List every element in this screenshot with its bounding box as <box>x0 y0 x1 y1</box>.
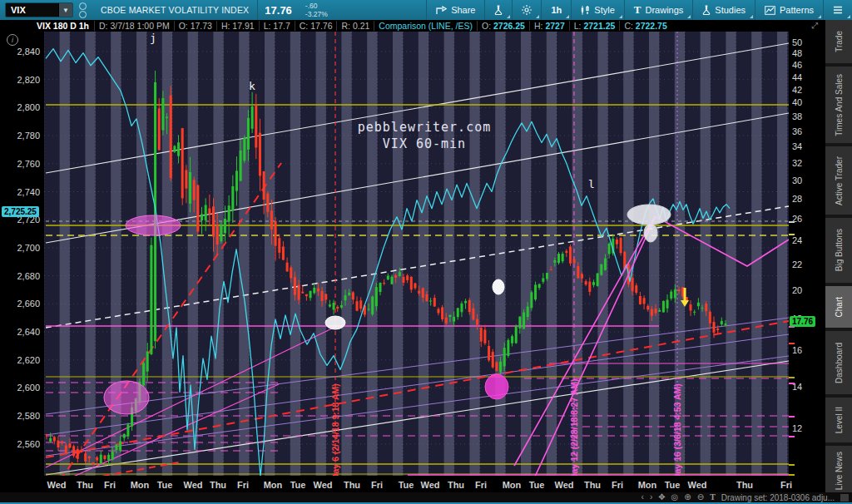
symbol-description: CBOE MARKET VOLATILITY INDEX <box>92 0 257 20</box>
ohlc-field: O: 17.73 <box>174 21 216 31</box>
time-axis-label: Thu <box>204 480 232 490</box>
patterns-icon <box>765 6 775 15</box>
time-axis-label: Fri <box>96 480 124 490</box>
share-button[interactable]: Share <box>426 0 484 20</box>
chart-header: VIX 180 D 1h D: 3/7/18 1:00 PMO: 17.73H:… <box>0 20 825 32</box>
studies-flask-icon <box>702 5 711 15</box>
settings-button[interactable] <box>512 0 541 20</box>
time-axis-label: Tue <box>284 480 312 490</box>
comparison-fields: O: 2726.25H: 2727L: 2721.25C: 2722.75 <box>477 21 671 31</box>
gear-icon <box>522 5 532 15</box>
reset-zoom-icon[interactable]: ◎ <box>671 492 679 502</box>
vix-axis-label: 50 <box>792 37 820 47</box>
chevron-down-icon[interactable]: ▼ <box>58 3 72 17</box>
time-axis-label: Wed <box>309 480 337 490</box>
watermark-line1: pebblewriter.com <box>331 120 518 135</box>
axis-tick-marker <box>789 377 795 378</box>
sidebar-tab-level-ii[interactable]: Level II <box>825 398 852 442</box>
drawing-set-label[interactable]: Drawing set: 2018-0306 adju... <box>721 493 835 502</box>
es-axis-label: 2,660 <box>0 299 40 309</box>
event-line-label: Day 6 (2/14/18 9:18 AM) <box>330 383 340 476</box>
time-axis-label: Thu <box>71 480 99 490</box>
time-axis-label: Tue <box>151 480 179 490</box>
pan-left-icon[interactable]: ‹ <box>641 492 644 502</box>
link-symbol-icon[interactable] <box>73 0 92 20</box>
text-tool-icon: T <box>634 3 641 17</box>
text-note-icon[interactable]: T <box>710 492 716 502</box>
ohlc-field: L: 17.7 <box>259 21 295 31</box>
vix-axis-label: 16 <box>792 345 820 355</box>
vix-axis-label: 34 <box>792 141 820 151</box>
wave-letter-k: k <box>249 80 255 92</box>
change-percent: -3.27% <box>305 10 328 18</box>
collapse-panel-icon[interactable] <box>840 494 849 502</box>
hamburger-menu-icon <box>833 6 843 14</box>
vix-axis-label: 36 <box>792 126 820 136</box>
es-axis-label: 2,560 <box>0 439 40 449</box>
chart-title: VIX 180 D 1h <box>0 21 94 31</box>
time-axis-label: Thu <box>338 480 366 490</box>
timeframe-button[interactable]: 1h <box>541 0 571 20</box>
pan-right-icon[interactable]: › <box>650 492 652 502</box>
time-axis-label: Fri <box>772 480 800 490</box>
time-axis-label: Wed <box>179 480 207 490</box>
es-axis-label: 2,780 <box>0 131 40 141</box>
axis-tick-marker <box>789 383 795 384</box>
es-axis-label: 2,600 <box>0 383 40 393</box>
vix-axis-label: 40 <box>792 97 820 107</box>
zoom-out-icon[interactable]: ⊖ <box>697 492 704 502</box>
sidebar-tab-live-news[interactable]: Live News <box>825 446 852 496</box>
sidebar-tab-active-trader[interactable]: Active Trader <box>825 146 852 215</box>
sidebar-tab-big-buttons[interactable]: Big Buttons <box>825 218 852 283</box>
time-axis-label: Fri <box>603 480 632 490</box>
axis-tick-marker <box>789 436 795 437</box>
time-axis-label: Wed <box>416 480 444 490</box>
zoom-in-icon[interactable]: ⊕ <box>684 492 691 502</box>
drawings-button[interactable]: T Drawings <box>624 0 693 20</box>
vix-axis-label: 30 <box>792 175 820 185</box>
maximize-chart-icon[interactable]: ⤢ <box>811 22 820 30</box>
vix-axis-label: 22 <box>792 259 820 269</box>
comparison-field: O: 2726.25 <box>477 21 529 31</box>
symbol-text: VIX <box>6 5 58 15</box>
ohlc-field: R: 0.21 <box>336 21 374 31</box>
vix-axis-label: 42 <box>792 85 820 95</box>
time-axis-label: Tue <box>658 480 686 490</box>
axis-tick-marker <box>789 416 795 418</box>
info-icon[interactable]: i <box>7 34 18 46</box>
share-icon <box>436 6 447 15</box>
es-axis-label: 2,760 <box>0 159 40 169</box>
style-button[interactable]: Style <box>571 0 623 20</box>
time-axis-label: Mon <box>259 480 287 490</box>
time-axis-label: Thu <box>578 480 607 490</box>
event-line-label: Day 16 (3/6/18 4:53 AM) <box>672 383 682 476</box>
right-gadget-sidebar: TradeTimes And SalesActive TraderBig But… <box>825 20 852 492</box>
sidebar-tab-trade[interactable]: Trade <box>825 20 852 63</box>
time-axis-label: Wed <box>683 480 711 490</box>
comparison-label[interactable]: Comparison (LINE, /ES) <box>374 21 477 31</box>
time-axis-label: Thu <box>731 480 759 490</box>
flask-button[interactable] <box>484 0 512 20</box>
vix-axis-label: 38 <box>792 111 820 121</box>
axis-tick-marker <box>789 343 795 344</box>
es-axis-label: 2,680 <box>0 271 40 281</box>
sidebar-tab-chart[interactable]: Chart <box>825 286 852 328</box>
ohlc-field: H: 17.91 <box>216 21 259 31</box>
time-axis-label: Fri <box>363 480 391 490</box>
vix-axis-label: 12 <box>792 423 820 433</box>
symbol-dropdown[interactable]: VIX ▼ <box>5 2 73 17</box>
sidebar-tab-dashboard[interactable]: Dashboard <box>825 331 852 394</box>
price-change: -.60 -3.27% <box>299 0 334 20</box>
comparison-field: C: 2722.75 <box>619 21 671 31</box>
chart-canvas[interactable]: Day 6 (2/14/18 9:18 AM)Day 12 (2/28/18 8… <box>44 32 789 476</box>
sidebar-tab-times-and-sales[interactable]: Times And Sales <box>825 67 852 143</box>
menu-button[interactable] <box>823 0 852 20</box>
style-icon <box>581 5 590 15</box>
axis-tick-marker <box>789 234 795 235</box>
move-chart-icon[interactable]: ✥ <box>658 492 665 502</box>
patterns-button[interactable]: Patterns <box>755 0 823 20</box>
studies-button[interactable]: Studies <box>692 0 755 20</box>
time-axis-label: Fri <box>229 480 257 490</box>
time-axis-label: Fri <box>467 480 495 490</box>
vix-axis-label: 44 <box>792 72 820 82</box>
